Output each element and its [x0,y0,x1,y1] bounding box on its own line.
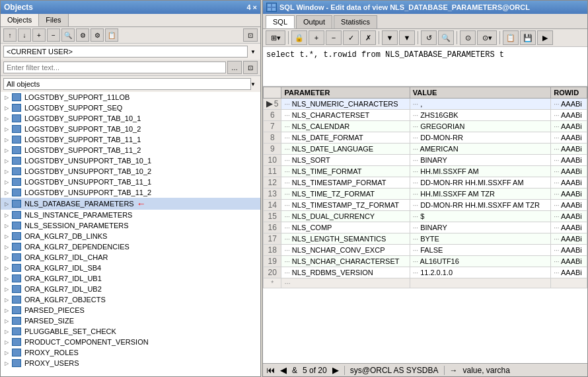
cell-value[interactable]: ··· DD-MON-RR HH.MI.SSXFF AM [410,177,550,188]
cell-param[interactable]: ··· NLS_TIME_FORMAT [281,166,410,177]
table-row[interactable]: 13 ··· NLS_TIME_TZ_FORMAT ··· HH.MI.SSXF… [264,188,587,200]
left-list[interactable]: ▷ LOGSTDBY_SUPPORT_11LOB ▷ LOGSTDBY_SUPP… [1,92,260,376]
cell-rowid[interactable]: ··· AAABi [551,245,587,256]
cell-value[interactable]: ··· DD-MON-RR [410,132,550,144]
col-btn1[interactable]: ⊙ [460,30,476,45]
cell-value[interactable]: ··· ZHS16GBK [410,110,550,121]
table-row[interactable]: 16 ··· NLS_COMP ··· BINARY ··· AAABi [264,222,587,233]
toolbar-up-btn[interactable]: ↑ [3,28,17,42]
list-item[interactable]: ▷ LOGSTDBY_SUPPORT_TAB_11_1 [1,134,260,145]
cell-rowid[interactable]: ··· AAABi [551,155,587,166]
col-header-value[interactable]: VALUE [410,87,550,99]
cell-param[interactable]: ··· NLS_TIME_TZ_FORMAT [281,188,410,200]
table-row[interactable]: 9 ··· NLS_DATE_LANGUAGE ··· AMERICAN ···… [264,144,587,155]
toolbar-add-btn[interactable]: + [32,28,46,42]
cell-value[interactable]: ··· BINARY [410,222,550,233]
cell-value[interactable]: ··· AL16UTF16 [410,256,550,267]
table-row[interactable]: 19 ··· NLS_NCHAR_CHARACTERSET ··· AL16UT… [264,256,587,267]
tab-output[interactable]: Output [296,15,332,28]
cell-rowid[interactable]: ··· AAABi [551,211,587,222]
list-item[interactable]: ▷ ORA_KGLR7_DEPENDENCIES [1,241,260,252]
sql-editor[interactable]: select t.*, t.rowid from NLS_DATABASE_PA… [263,47,587,87]
nav-prev-btn[interactable]: ◀ [280,365,287,375]
sort-desc-btn[interactable]: ▼ [399,30,415,45]
col-header-param[interactable]: PARAMETER [281,87,410,99]
find-btn[interactable]: 🔍 [438,30,454,45]
cell-value[interactable]: ··· DD-MON-RR HH.MI.SSXFF AM TZR [410,200,550,211]
cell-value[interactable]: ··· FALSE [410,245,550,256]
list-item[interactable]: ▷ PROXY_USERS [1,358,260,368]
confirm-btn[interactable]: ✓ [343,30,359,45]
toolbar-down-btn[interactable]: ↓ [18,28,31,42]
cell-param[interactable]: ··· NLS_CALENDAR [281,121,410,132]
nav-next-btn[interactable]: ▶ [332,365,339,375]
table-row[interactable]: 20 ··· NLS_RDBMS_VERSION ··· 11.2.0.1.0 … [264,267,587,278]
table-row[interactable]: 18 ··· NLS_NCHAR_CONV_EXCP ··· FALSE ···… [264,245,587,256]
col-header-rowid[interactable]: ROWID [551,87,587,99]
cell-param[interactable]: ··· NLS_COMP [281,222,410,233]
list-item[interactable]: ▷ ORA_KGLR7_IDL_UB1 [1,273,260,284]
cell-value[interactable]: ··· , [410,99,550,110]
table-row[interactable]: 14 ··· NLS_TIMESTAMP_TZ_FORMAT ··· DD-MO… [264,200,587,211]
cell-param[interactable]: ··· NLS_CHARACTERSET [281,110,410,121]
list-item[interactable]: ▷ PARSED_SIZE [1,315,260,326]
table-row[interactable]: ▶ 5 ··· NLS_NUMERIC_CHARACTERS ··· , ···… [264,99,587,110]
list-item[interactable]: ▷ LOGSTDBY_UNSUPPORT_TAB_10_2 [1,166,260,177]
col-btn2[interactable]: ⊙▾ [477,30,497,45]
cell-rowid[interactable]: ··· AAABi [551,256,587,267]
cell-param[interactable]: ··· NLS_NUMERIC_CHARACTERS [281,99,410,110]
tab-files[interactable]: Files [39,14,68,26]
list-item[interactable]: ▷ ORA_KGLR7_IDL_CHAR [1,252,260,263]
toolbar-extra-btn[interactable]: ⊡ [243,28,258,42]
left-close-button[interactable]: × [253,3,257,11]
table-row[interactable]: 11 ··· NLS_TIME_FORMAT ··· HH.MI.SSXFF A… [264,166,587,177]
cell-param[interactable]: ··· NLS_DUAL_CURRENCY [281,211,410,222]
list-item[interactable]: ▷ LOGSTDBY_SUPPORT_TAB_10_1 [1,113,260,124]
cell-param[interactable]: ··· NLS_NCHAR_CHARACTERSET [281,256,410,267]
cell-rowid[interactable]: ··· AAABi [551,132,587,144]
table-row[interactable]: 6 ··· NLS_CHARACTERSET ··· ZHS16GBK ··· … [264,110,587,121]
cell-param[interactable]: ··· NLS_LENGTH_SEMANTICS [281,233,410,245]
save-btn[interactable]: 💾 [520,30,536,45]
list-item[interactable]: ▷ ORA_KGLR7_IDL_UB2 [1,284,260,294]
list-item[interactable]: ▷ NLS_INSTANCE_PARAMETERS [1,210,260,220]
cell-param[interactable]: ··· NLS_RDBMS_VERSION [281,267,410,278]
cell-param[interactable]: ··· NLS_TIMESTAMP_FORMAT [281,177,410,188]
left-pin-button[interactable]: 4 [246,3,250,11]
toolbar-copy-btn[interactable]: 📋 [105,28,118,42]
cell-value[interactable]: ··· HH.MI.SSXFF AM [410,166,550,177]
cell-rowid[interactable]: ··· AAABi [551,177,587,188]
table-row[interactable]: 10 ··· NLS_SORT ··· BINARY ··· AAABi [264,155,587,166]
refresh-btn[interactable]: ↺ [421,30,437,45]
cell-rowid[interactable]: ··· AAABi [551,267,587,278]
cell-param[interactable]: ··· NLS_DATE_FORMAT [281,132,410,144]
table-row[interactable]: 15 ··· NLS_DUAL_CURRENCY ··· $ ··· AAABi [264,211,587,222]
clipboard-btn[interactable]: 📋 [503,30,519,45]
schema-select[interactable]: <CURRENT USER> [3,46,248,58]
run-btn[interactable]: ▶ [537,30,553,45]
list-item[interactable]: ▷ PRODUCT_COMPONENT_VERSION [1,337,260,347]
cell-rowid[interactable]: ··· AAABi [551,166,587,177]
list-item[interactable]: ▷ ORA_KGLR7_OBJECTS [1,294,260,305]
cell-value[interactable]: ··· AMERICAN [410,144,550,155]
cell-rowid[interactable]: ··· AAABi [551,110,587,121]
toolbar-config-btn1[interactable]: ⚙ [76,28,89,42]
table-row[interactable]: 17 ··· NLS_LENGTH_SEMANTICS ··· BYTE ···… [264,233,587,245]
cell-rowid[interactable]: ··· AAABi [551,99,587,110]
list-item[interactable]: ▷ LOGSTDBY_SUPPORT_TAB_11_2 [1,145,260,155]
cell-rowid[interactable]: ··· AAABi [551,144,587,155]
list-item[interactable]: ▷ LOGSTDBY_UNSUPPORT_TAB_10_1 [1,155,260,166]
nav-first-btn[interactable]: ⏮ [266,365,275,375]
list-item[interactable]: ▷ NLS_SESSION_PARAMETERS [1,220,260,231]
cell-param[interactable]: ··· NLS_TIMESTAMP_TZ_FORMAT [281,200,410,211]
data-grid[interactable]: PARAMETER VALUE ROWID ▶ 5 ··· NLS_NUMERI… [263,87,587,363]
table-row[interactable]: 8 ··· NLS_DATE_FORMAT ··· DD-MON-RR ··· … [264,132,587,144]
cell-value[interactable]: ··· HH.MI.SSXFF AM TZR [410,188,550,200]
cell-value[interactable]: ··· 11.2.0.1.0 [410,267,550,278]
add-row-btn[interactable]: + [309,30,324,45]
table-row[interactable]: 12 ··· NLS_TIMESTAMP_FORMAT ··· DD-MON-R… [264,177,587,188]
tab-statistics[interactable]: Statistics [334,15,377,28]
cell-rowid[interactable]: ··· AAABi [551,188,587,200]
tab-sql[interactable]: SQL [266,15,295,28]
objects-type-select[interactable]: All objects [3,78,251,90]
